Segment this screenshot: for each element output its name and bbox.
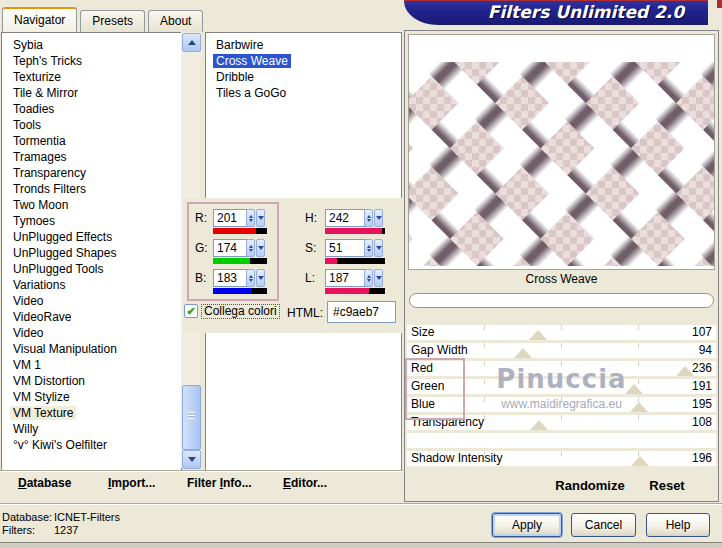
randomize-button[interactable]: Randomize (535, 478, 645, 493)
tab-about[interactable]: About (148, 10, 203, 32)
sidebar-item-toadies[interactable]: Toadies (2, 101, 181, 117)
filter-item-tiles-a-gogo[interactable]: Tiles a GoGo (206, 85, 401, 101)
html-color-input[interactable] (327, 301, 396, 323)
slider-row-blue[interactable]: Blue195 (407, 397, 716, 412)
sidebar-item-video[interactable]: Video (2, 293, 181, 309)
sidebar-item-texturize[interactable]: Texturize (2, 69, 181, 85)
chevron-down-icon (376, 246, 382, 250)
slider-label: Shadow Intensity (411, 451, 502, 466)
sidebar-item-unplugged-shapes[interactable]: UnPlugged Shapes (2, 245, 181, 261)
toolbar-filter-info[interactable]: Filter Info... (187, 476, 252, 490)
gchannel-input[interactable] (213, 239, 248, 257)
spinner-dropdown-button[interactable] (256, 239, 265, 257)
sidebar-item-teph-s-tricks[interactable]: Teph's Tricks (2, 53, 181, 69)
filter-item-label: Barbwire (213, 38, 266, 52)
slider-thumb[interactable] (631, 456, 649, 466)
scrollbar-thumb[interactable] (182, 385, 201, 450)
spinner-dropdown-button[interactable] (374, 269, 383, 287)
spinner-dropdown-button[interactable] (256, 269, 265, 287)
toolbar-editor[interactable]: Editor... (283, 476, 327, 490)
bchannel-input[interactable] (213, 269, 248, 287)
chevron-down-icon (258, 276, 264, 280)
slider-row-gap-width[interactable]: Gap Width94 (407, 343, 716, 358)
link-colors-label[interactable]: Collega colori (201, 304, 280, 319)
sidebar-item-vm-distortion[interactable]: VM Distortion (2, 373, 181, 389)
slider-thumb[interactable] (630, 402, 648, 412)
sidebar-item-label: Two Moon (10, 198, 71, 212)
toolbar-database[interactable]: Database (18, 476, 71, 490)
sidebar-item-tile-mirror[interactable]: Tile & Mirror (2, 85, 181, 101)
slider-row-shadow-intensity[interactable]: Shadow Intensity196 (407, 451, 716, 466)
schannel-bar-fill (325, 258, 337, 264)
lchannel-input[interactable] (325, 269, 366, 287)
sidebar-item-visual-manipulation[interactable]: Visual Manipulation (2, 341, 181, 357)
link-colors-checkbox[interactable]: ✔ (184, 304, 198, 318)
spinner-down-icon (367, 249, 371, 252)
spinner-up-down-button[interactable] (246, 239, 255, 257)
rchannel-input[interactable] (213, 209, 248, 227)
spinner-up-down-button[interactable] (364, 239, 373, 257)
sidebar-item-video[interactable]: Video (2, 325, 181, 341)
slider-thumb[interactable] (514, 348, 532, 358)
spinner-dropdown-button[interactable] (374, 239, 383, 257)
slider-thumb[interactable] (625, 384, 643, 394)
slider-label: Transparency (411, 415, 484, 430)
sidebar-item-videorave[interactable]: VideoRave (2, 309, 181, 325)
scroll-down-button[interactable] (182, 450, 201, 469)
spinner-up-down-button[interactable] (364, 209, 373, 227)
hchannel-input[interactable] (325, 209, 366, 227)
parameter-sliders: Size107Gap Width94Red236Green191Blue195T… (407, 325, 716, 469)
spinner-dropdown-button[interactable] (374, 209, 383, 227)
spinner-up-down-button[interactable] (246, 209, 255, 227)
spinner-up-icon (249, 275, 253, 278)
sidebar-item-tymoes[interactable]: Tymoes (2, 213, 181, 229)
sidebar-item-variations[interactable]: Variations (2, 277, 181, 293)
schannel-input[interactable] (325, 239, 366, 257)
scroll-up-button[interactable] (182, 33, 201, 52)
tab-navigator[interactable]: Navigator (2, 7, 77, 32)
sidebar-item-unplugged-effects[interactable]: UnPlugged Effects (2, 229, 181, 245)
slider-label: Green (411, 379, 444, 394)
slider-row-transparency[interactable]: Transparency108 (407, 415, 716, 430)
button-apply[interactable]: Apply (492, 513, 562, 537)
reset-button[interactable]: Reset (637, 478, 697, 493)
slider-row-red[interactable]: Red236 (407, 361, 716, 376)
filter-item-barbwire[interactable]: Barbwire (206, 37, 401, 53)
sidebar-item-transparency[interactable]: Transparency (2, 165, 181, 181)
button-help[interactable]: Help (646, 513, 710, 537)
sidebar-item-label: Texturize (10, 70, 64, 84)
slider-thumb[interactable] (530, 420, 548, 430)
slider-row-green[interactable]: Green191 (407, 379, 716, 394)
filter-item-dribble[interactable]: Dribble (206, 69, 401, 85)
sidebar-item-unplugged-tools[interactable]: UnPlugged Tools (2, 261, 181, 277)
chevron-down-icon (376, 276, 382, 280)
preview-image (408, 34, 715, 270)
sidebar-item-v-kiwi-s-oelfilter[interactable]: °v° Kiwi's Oelfilter (2, 437, 181, 453)
tab-bar: NavigatorPresetsAbout (2, 7, 203, 32)
spinner-dropdown-button[interactable] (256, 209, 265, 227)
sidebar-item-tronds-filters[interactable]: Tronds Filters (2, 181, 181, 197)
spinner-up-down-button[interactable] (246, 269, 255, 287)
sidebar-item-vm-texture[interactable]: VM Texture (2, 405, 181, 421)
sidebar-item-sybia[interactable]: Sybia (2, 37, 181, 53)
sidebar-item-two-moon[interactable]: Two Moon (2, 197, 181, 213)
sidebar-item-tramages[interactable]: Tramages (2, 149, 181, 165)
spinner-up-down-button[interactable] (364, 269, 373, 287)
sidebar-item-label: VM 1 (10, 358, 44, 372)
chevron-down-icon (188, 457, 196, 462)
slider-value: 191 (692, 379, 712, 394)
button-cancel[interactable]: Cancel (571, 513, 636, 537)
slider-row-size[interactable]: Size107 (407, 325, 716, 340)
sidebar-item-willy[interactable]: Willy (2, 421, 181, 437)
slider-thumb[interactable] (676, 366, 694, 376)
slider-thumb[interactable] (529, 330, 547, 340)
sidebar-item-tormentia[interactable]: Tormentia (2, 133, 181, 149)
toolbar-import[interactable]: Import... (108, 476, 155, 490)
sidebar-item-tools[interactable]: Tools (2, 117, 181, 133)
filter-item-cross-weave[interactable]: Cross Weave (206, 53, 401, 69)
lchannel-bar-fill (325, 288, 369, 294)
lchannel-spinner (363, 269, 383, 287)
sidebar-item-vm-stylize[interactable]: VM Stylize (2, 389, 181, 405)
tab-presets[interactable]: Presets (80, 10, 145, 32)
sidebar-item-vm-1[interactable]: VM 1 (2, 357, 181, 373)
